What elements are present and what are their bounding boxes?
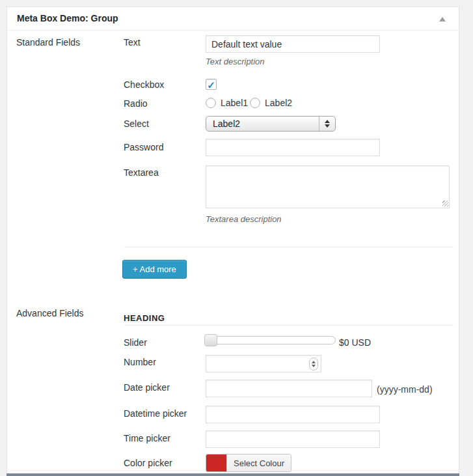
section-divider: [124, 247, 454, 247]
color-swatch: [206, 455, 226, 471]
checkbox-field-label: Checkbox: [124, 79, 164, 90]
date-picker-field-label: Date picker: [124, 382, 170, 393]
select-up-arrow-icon: [325, 120, 330, 123]
section-label-advanced: Advanced Fields: [16, 308, 84, 318]
collapse-toggle-button[interactable]: [433, 7, 452, 31]
radio-option2-input[interactable]: [250, 98, 260, 108]
datetime-picker-input[interactable]: [206, 406, 380, 423]
text-field-label: Text: [124, 37, 141, 48]
date-format-hint: (yyyy-mm-dd): [377, 384, 433, 395]
slider-field-label: Slider: [124, 337, 147, 348]
radio-option2-label: Label2: [265, 98, 292, 108]
color-picker-field-label: Color picker: [124, 458, 172, 468]
password-field-label: Password: [124, 142, 163, 152]
time-picker-input[interactable]: [206, 430, 380, 448]
select-dropdown[interactable]: Label2: [206, 116, 336, 132]
collapse-arrow-icon: [439, 17, 446, 21]
text-description: Text description: [206, 57, 265, 66]
checkbox-input[interactable]: ✓: [206, 79, 217, 90]
select-field-label: Select: [124, 119, 149, 129]
password-input[interactable]: [206, 139, 380, 156]
meta-box-title: Meta Box Demo: Group: [17, 13, 118, 23]
slider-track[interactable]: [206, 336, 336, 344]
spinner-down-icon: [312, 365, 316, 367]
color-picker-button[interactable]: Select Colour: [206, 454, 291, 472]
number-spinner[interactable]: [309, 357, 318, 371]
radio-option1-label: Label1: [221, 98, 248, 108]
add-more-button[interactable]: + Add more: [122, 260, 187, 279]
meta-box-header: Meta Box Demo: Group: [7, 7, 459, 31]
resize-grip-icon[interactable]: [442, 201, 448, 206]
section-label-standard: Standard Fields: [16, 37, 80, 48]
color-picker-button-label: Select Colour: [226, 455, 291, 471]
time-picker-field-label: Time picker: [124, 433, 170, 443]
select-down-arrow-icon: [325, 124, 330, 128]
date-picker-input[interactable]: [206, 380, 372, 397]
select-stepper-icon: [319, 117, 335, 131]
next-box-edge: [7, 473, 459, 476]
spinner-up-icon: [312, 361, 316, 363]
radio-group: Label1 Label2: [206, 98, 294, 108]
group-heading: HEADING: [124, 313, 165, 323]
textarea-input[interactable]: [206, 165, 450, 208]
meta-box: Meta Box Demo: Group Standard Fields Tex…: [7, 7, 459, 476]
radio-option1-input[interactable]: [206, 98, 216, 108]
text-input[interactable]: [206, 35, 380, 53]
checkmark-icon: ✓: [207, 79, 215, 91]
number-field-label: Number: [124, 357, 156, 367]
slider-handle[interactable]: [204, 334, 217, 346]
slider-value: $0 USD: [339, 337, 371, 348]
select-selected-value: Label2: [206, 119, 319, 129]
textarea-description: Textarea description: [206, 214, 282, 224]
textarea-field-label: Textarea: [124, 167, 159, 178]
datetime-picker-field-label: Datetime picker: [124, 408, 187, 419]
heading-divider: [124, 325, 454, 326]
radio-field-label: Radio: [124, 98, 148, 109]
number-input[interactable]: [206, 355, 321, 372]
